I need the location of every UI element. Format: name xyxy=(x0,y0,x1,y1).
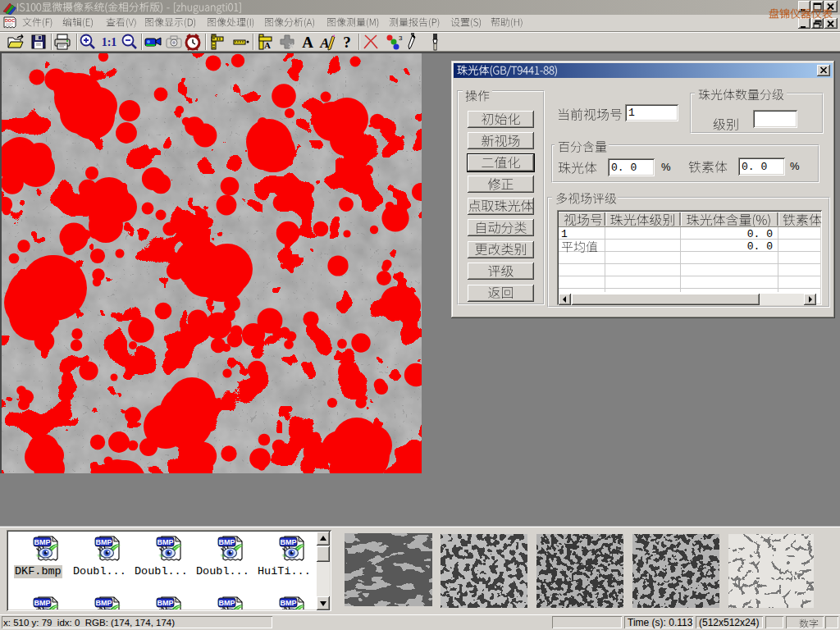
svg-text:0. 0: 0. 0 xyxy=(747,228,773,240)
svg-text:1:1: 1:1 xyxy=(102,36,117,48)
svg-text:A: A xyxy=(264,40,271,50)
svg-text:1: 1 xyxy=(561,228,568,240)
svg-text:0. 0: 0. 0 xyxy=(747,240,773,253)
svg-text:A: A xyxy=(302,34,313,51)
svg-text:?: ? xyxy=(343,34,351,51)
svg-text:DOC: DOC xyxy=(5,18,15,23)
